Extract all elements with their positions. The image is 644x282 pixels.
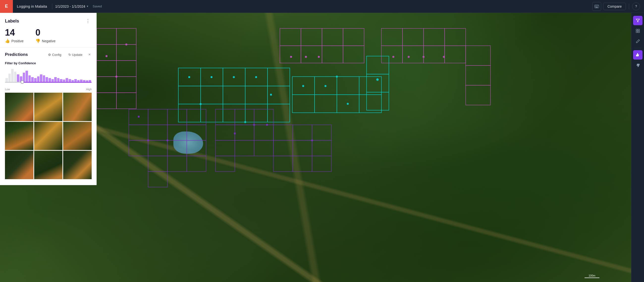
thumbs-down-icon: 👎: [36, 38, 40, 43]
svg-rect-49: [268, 104, 290, 122]
map-area[interactable]: 100m: [0, 13, 644, 282]
svg-rect-133: [638, 31, 640, 33]
histogram-bar-4: [17, 74, 19, 82]
svg-point-91: [166, 140, 168, 141]
svg-rect-128: [466, 65, 490, 85]
confidence-slider[interactable]: [5, 82, 92, 83]
svg-point-114: [311, 140, 313, 141]
svg-rect-96: [235, 125, 254, 141]
svg-rect-31: [343, 46, 364, 63]
svg-rect-5: [598, 5, 598, 6]
compare-button[interactable]: Compare: [603, 3, 626, 10]
svg-point-53: [255, 76, 257, 78]
main-content: 100m Labels ⋮ 14 👍 Positive 0: [0, 13, 644, 282]
histogram-bar-2: [11, 69, 14, 82]
svg-rect-20: [116, 93, 136, 109]
histogram-bar-25: [77, 80, 80, 82]
svg-rect-130: [636, 29, 638, 31]
thumbs-up-icon: 👍: [5, 38, 10, 43]
svg-point-50: [188, 76, 190, 78]
svg-rect-13: [96, 44, 116, 61]
histogram-bar-21: [66, 78, 68, 82]
svg-rect-58: [337, 77, 359, 95]
svg-rect-98: [216, 141, 235, 156]
svg-rect-48: [245, 104, 268, 122]
histogram-bar-19: [60, 79, 62, 82]
thumbup-toolbar-button[interactable]: [633, 50, 642, 60]
svg-rect-85: [168, 141, 187, 156]
svg-rect-39: [268, 68, 290, 86]
svg-rect-69: [366, 56, 389, 74]
svg-rect-120: [402, 46, 424, 63]
svg-rect-70: [366, 74, 389, 92]
histogram-bars: [5, 67, 92, 82]
svg-rect-40: [178, 86, 201, 104]
labels-more-button[interactable]: ⋮: [84, 18, 92, 24]
update-button[interactable]: ↻ Update: [66, 52, 84, 58]
svg-point-125: [422, 56, 424, 58]
svg-rect-131: [638, 29, 640, 31]
svg-point-23: [116, 76, 118, 78]
draw-toolbar-button[interactable]: [633, 37, 642, 46]
keyboard-icon-btn[interactable]: [592, 2, 601, 11]
svg-point-90: [147, 140, 149, 141]
config-button[interactable]: ⚙ Config: [46, 52, 64, 58]
svg-rect-1: [595, 5, 596, 6]
image-grid-cell-3[interactable]: [5, 122, 34, 150]
image-grid-cell-4[interactable]: [34, 122, 63, 150]
svg-rect-45: [178, 104, 201, 122]
histogram-bar-17: [54, 77, 57, 82]
svg-point-64: [302, 85, 304, 87]
svg-rect-12: [116, 28, 136, 44]
nav-divider-2: [629, 3, 629, 9]
image-grid-cell-6[interactable]: [5, 151, 34, 179]
svg-rect-25: [301, 28, 322, 46]
scale-indicator: 100m: [584, 274, 600, 278]
help-button[interactable]: ?: [632, 2, 640, 10]
histogram-bar-9: [31, 77, 34, 82]
svg-point-54: [200, 103, 202, 105]
svg-rect-101: [216, 156, 235, 171]
thumbdown-toolbar-button[interactable]: [633, 61, 642, 70]
svg-rect-106: [312, 125, 332, 141]
image-grid-cell-2[interactable]: [63, 93, 92, 121]
svg-rect-95: [216, 125, 235, 141]
histogram-bar-23: [72, 80, 74, 82]
image-grid-cell-0[interactable]: [5, 93, 34, 121]
svg-point-113: [266, 124, 268, 126]
histogram-container[interactable]: [5, 67, 92, 87]
histogram-bar-16: [52, 79, 54, 82]
svg-point-126: [443, 56, 445, 58]
date-range[interactable]: 1/1/2023 - 1/1/2024 ▼: [53, 4, 91, 8]
svg-rect-94: [254, 109, 274, 125]
svg-rect-2: [596, 5, 596, 6]
svg-rect-122: [444, 46, 466, 63]
positive-stat: 14 👍 Positive: [5, 28, 24, 43]
app-logo[interactable]: E: [0, 0, 13, 13]
svg-rect-27: [343, 28, 364, 46]
svg-rect-26: [322, 28, 343, 46]
histogram-labels: Low High: [5, 88, 92, 91]
svg-rect-42: [223, 86, 245, 104]
svg-rect-107: [274, 141, 293, 156]
svg-point-22: [125, 43, 127, 45]
layers-toolbar-button[interactable]: [633, 26, 642, 36]
image-thumbnail-4: [34, 122, 63, 150]
positive-count: 14: [5, 28, 24, 37]
image-thumbnail-6: [5, 151, 34, 179]
filter-toolbar-button[interactable]: [633, 16, 642, 25]
svg-rect-127: [466, 46, 490, 65]
slider-thumb[interactable]: [20, 80, 24, 84]
image-grid-cell-8[interactable]: [63, 151, 92, 179]
predictions-title: Predictions: [5, 52, 28, 57]
histogram-bar-10: [34, 78, 37, 82]
histogram-bar-20: [63, 80, 66, 82]
image-grid-cell-5[interactable]: [63, 122, 92, 150]
svg-rect-43: [245, 86, 268, 104]
predictions-close-button[interactable]: ×: [88, 51, 92, 58]
labels-header: Labels ⋮: [5, 18, 92, 24]
image-grid-cell-7[interactable]: [34, 151, 63, 179]
image-thumbnail-8: [63, 151, 92, 179]
image-grid-cell-1[interactable]: [34, 93, 63, 121]
svg-rect-118: [444, 28, 466, 46]
